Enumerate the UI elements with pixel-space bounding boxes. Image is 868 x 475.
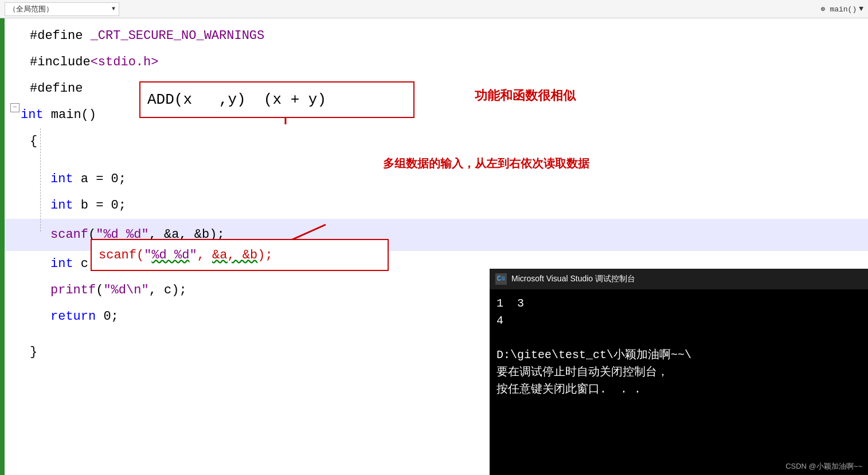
annotation-label-2: 多组数据的输入，从左到右依次读取数据: [383, 156, 589, 171]
code-line-2: #include<stdio.h>: [5, 49, 868, 76]
code-line-12-content: return 0;: [50, 305, 119, 329]
console-output-2: 4: [496, 312, 861, 329]
console-output-5: 按任意键关闭此窗口. . .: [496, 381, 861, 398]
console-output-1: 1 3: [496, 295, 861, 312]
scanf-annotation-box: scanf("%d %d", &a, &b);: [91, 239, 389, 271]
define-annotation-box: ADD(x ,y) (x + y): [139, 81, 415, 118]
collapse-button[interactable]: −: [10, 103, 19, 112]
top-bar: （全局范围） ▼ ⊕ main() ▼: [0, 0, 868, 18]
scope-dropdown[interactable]: （全局范围） ▼: [5, 2, 119, 16]
console-titlebar: C≡ Microsoft Visual Studio 调试控制台: [490, 269, 868, 289]
code-line-3: #define: [5, 76, 868, 102]
define-annotation-text: ADD(x ,y) (x + y): [147, 91, 326, 108]
code-line-5: {: [5, 128, 868, 155]
code-line-8-content: int b = 0;: [50, 194, 126, 218]
console-window: C≡ Microsoft Visual Studio 调试控制台 1 3 4 D…: [490, 269, 868, 475]
code-line-11-content: printf("%d\n", c);: [50, 278, 187, 303]
code-line-14-content: }: [30, 340, 37, 364]
console-title: Microsoft Visual Studio 调试控制台: [511, 274, 635, 284]
console-body: 1 3 4 D:\gitee\test_ct\小颖加油啊~~\ 要在调试停止时自…: [490, 289, 868, 475]
console-footer: CSDN @小颖加油啊~~: [785, 461, 862, 472]
code-line-3-content: #define: [30, 77, 91, 101]
code-line-2-content: #include<stdio.h>: [30, 50, 158, 74]
scanf-annotation-text: scanf("%d %d", &a, &b);: [99, 248, 273, 262]
code-line-7-content: int a = 0;: [50, 167, 126, 191]
console-output-3: D:\gitee\test_ct\小颖加油啊~~\: [496, 347, 861, 364]
function-dropdown[interactable]: ⊕ main() ▼: [821, 5, 863, 14]
scope-dropdown-arrow: ▼: [112, 6, 115, 12]
code-line-8: int b = 0;: [5, 193, 868, 219]
console-icon: C≡: [495, 273, 507, 285]
code-line-1: #define _CRT_SECURE_NO_WARNINGS: [5, 23, 868, 49]
code-line-5-content: {: [30, 129, 37, 154]
console-output-blank: [496, 329, 861, 347]
scope-dropdown-text: （全局范围）: [9, 4, 53, 14]
console-output-4: 要在调试停止时自动关闭控制台，: [496, 364, 861, 381]
code-line-1-content: #define _CRT_SECURE_NO_WARNINGS: [30, 24, 264, 48]
code-line-4: − int main(): [5, 102, 868, 128]
green-border: [0, 18, 5, 475]
code-line-4-content: int main(): [21, 103, 96, 127]
function-dropdown-text: ⊕ main(): [821, 5, 857, 14]
function-dropdown-arrow: ▼: [859, 5, 863, 13]
annotation-label-1: 功能和函数很相似: [475, 87, 576, 104]
